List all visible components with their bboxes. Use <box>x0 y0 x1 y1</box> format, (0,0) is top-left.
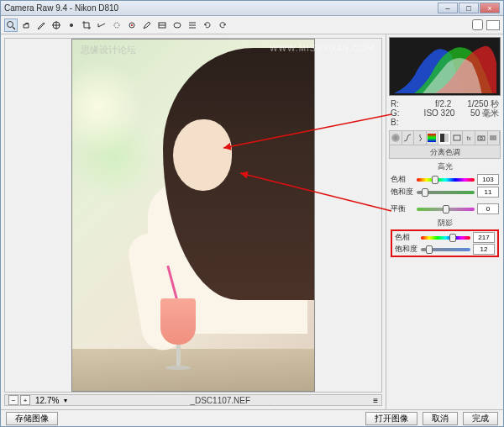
watermark-cn: 思缘设计论坛 <box>81 44 136 56</box>
photo-preview <box>71 39 315 392</box>
tab-presets[interactable] <box>488 131 501 145</box>
sh-sat-slider[interactable] <box>421 245 470 255</box>
histogram[interactable] <box>389 37 501 96</box>
svg-line-6 <box>98 24 105 27</box>
minimize-button[interactable]: – <box>438 3 458 13</box>
preview-area: WWW.MISSYUAN.COM 思缘设计论坛 − + 12.7% ▾ _DSC… <box>1 34 386 411</box>
hl-sat-value[interactable]: 11 <box>477 187 499 198</box>
color-sampler-tool[interactable] <box>50 18 63 32</box>
panel-tabs: fx <box>389 130 501 145</box>
shadows-highlighted-group: 色相 217 饱和度 12 <box>391 229 499 257</box>
spot-removal-tool[interactable] <box>110 18 123 32</box>
sh-hue-slider[interactable] <box>421 233 470 243</box>
svg-point-10 <box>131 24 133 26</box>
redeye-tool[interactable] <box>125 18 139 32</box>
adjustments-panel: R:f/2.2 1/250 秒 G:ISO 320 50 毫米 B: fx 分离… <box>386 34 503 411</box>
save-image-button[interactable]: 存储图像 <box>6 412 58 425</box>
window-title: Camera Raw 9.4 - Nikon D810 <box>4 3 118 13</box>
zoom-in-button[interactable]: + <box>20 395 30 405</box>
window-controls: – □ × <box>438 3 500 13</box>
close-button[interactable]: × <box>480 3 500 13</box>
hand-tool[interactable] <box>19 18 33 32</box>
svg-point-8 <box>114 23 119 28</box>
preview-checkbox[interactable] <box>472 19 483 30</box>
rotate-ccw-tool[interactable] <box>201 18 214 32</box>
hl-hue-value[interactable]: 103 <box>477 174 499 185</box>
preview-frame[interactable]: WWW.MISSYUAN.COM 思缘设计论坛 <box>4 38 382 393</box>
straighten-tool[interactable] <box>95 18 108 32</box>
radial-filter-tool[interactable] <box>171 18 184 32</box>
hl-hue-slider[interactable] <box>417 175 475 185</box>
prefs-tool[interactable] <box>186 18 199 32</box>
tab-hsl[interactable] <box>427 131 439 145</box>
svg-line-1 <box>13 27 15 29</box>
zoom-out-button[interactable]: − <box>8 395 18 405</box>
zoom-bar: − + 12.7% ▾ _DSC1107.NEF ≡ <box>4 394 382 406</box>
tab-lens[interactable] <box>451 131 464 145</box>
svg-point-13 <box>174 23 181 28</box>
sh-hue-label: 色相 <box>395 232 418 243</box>
footer: 存储图像 打开图像 取消 完成 <box>1 409 503 426</box>
sh-sat-value[interactable]: 12 <box>473 244 495 255</box>
svg-rect-17 <box>454 135 460 140</box>
open-image-button[interactable]: 打开图像 <box>365 412 417 425</box>
svg-point-0 <box>8 21 13 27</box>
tab-basic[interactable] <box>390 131 402 145</box>
preview-mode-icon[interactable] <box>486 20 500 30</box>
hl-sat-slider[interactable] <box>417 187 475 198</box>
balance-slider[interactable] <box>417 204 475 214</box>
hl-sat-label: 饱和度 <box>391 187 414 198</box>
maximize-button[interactable]: □ <box>459 3 479 13</box>
adjustment-brush-tool[interactable] <box>140 18 154 32</box>
sh-hue-value[interactable]: 217 <box>473 232 495 243</box>
hl-hue-label: 色相 <box>391 174 414 185</box>
done-button[interactable]: 完成 <box>463 412 498 425</box>
tab-detail[interactable] <box>414 131 427 145</box>
rotate-cw-tool[interactable] <box>216 18 229 32</box>
svg-point-19 <box>480 137 482 140</box>
toolbar <box>1 16 503 34</box>
graduated-filter-tool[interactable] <box>155 18 169 32</box>
watermark-url: WWW.MISSYUAN.COM <box>270 44 375 53</box>
tab-curve[interactable] <box>402 131 415 145</box>
zoom-tool[interactable] <box>4 18 18 32</box>
white-balance-tool[interactable] <box>34 18 48 32</box>
balance-value[interactable]: 0 <box>477 203 499 214</box>
cancel-button[interactable]: 取消 <box>423 412 458 425</box>
panel-title: 分离色调 <box>389 145 501 159</box>
tab-split-toning[interactable] <box>438 131 451 145</box>
filename: _DSC1107.NEF <box>190 396 250 405</box>
titlebar: Camera Raw 9.4 - Nikon D810 – □ × <box>1 1 503 16</box>
targeted-adjust-tool[interactable] <box>65 18 78 32</box>
camera-raw-window: Camera Raw 9.4 - Nikon D810 – □ × <box>0 0 504 427</box>
svg-point-5 <box>70 24 73 27</box>
crop-tool[interactable] <box>80 18 93 32</box>
zoom-level: 12.7% <box>35 396 59 405</box>
tab-camera[interactable] <box>475 131 488 145</box>
filmstrip-toggle-icon[interactable]: ≡ <box>373 396 378 405</box>
sh-sat-label: 饱和度 <box>395 244 418 255</box>
balance-label: 平衡 <box>391 203 414 214</box>
exif-info: R:f/2.2 1/250 秒 G:ISO 320 50 毫米 B: <box>389 98 501 129</box>
highlights-section-label: 高光 <box>389 161 501 172</box>
shadows-section-label: 阴影 <box>389 218 501 229</box>
tab-fx[interactable]: fx <box>463 131 475 145</box>
